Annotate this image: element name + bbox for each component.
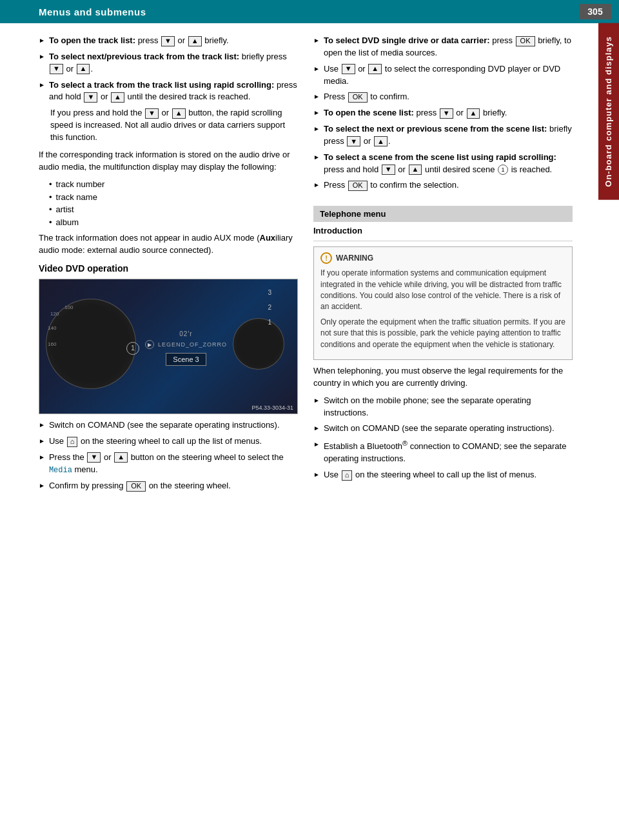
rapid-note: If you press and hold the ▼ or ▲ button,…: [50, 107, 298, 144]
arrow-icon: ►: [39, 453, 45, 476]
bullet-text: Switch on the mobile phone; see the sepa…: [324, 395, 573, 419]
speedo-label-120: 120: [50, 311, 59, 317]
down-button: ▼: [347, 136, 360, 146]
down-button: ▼: [382, 165, 395, 175]
bottom-paragraph: When telephoning, you must observe the l…: [313, 365, 573, 390]
bullet-establish-bluetooth: ► Establish a Bluetooth® connection to C…: [313, 439, 573, 465]
arrow-icon: ►: [313, 440, 320, 465]
dvd-image: 100 120 140 160 02'r ▶ LEGEND_OF_ZORRO: [39, 279, 298, 414]
up-button: ▲: [467, 108, 480, 119]
up-button: ▲: [77, 64, 90, 74]
bullet-open-track-list: ► To open the track list: press ▼ or ▲ b…: [39, 35, 298, 47]
bold-label: To select a track from the track list us…: [49, 80, 274, 90]
bullet-text: Establish a Bluetooth® connection to COM…: [324, 439, 573, 465]
media-code: Media: [49, 466, 72, 475]
speedometer-left: 100 120 140 160: [46, 299, 136, 389]
arrow-icon: ►: [39, 81, 45, 104]
divider: [313, 241, 573, 241]
num-3: 3: [268, 289, 271, 296]
arrow-icon: ►: [313, 108, 320, 119]
down-button: ▼: [50, 64, 63, 74]
bullet-text: Switch on COMAND (see the separate opera…: [324, 423, 555, 435]
up-button: ▲: [111, 92, 124, 103]
bullet-use-select: ► Use ▼ or ▲ to select the corresponding…: [313, 63, 573, 88]
center-display: 02'r ▶ LEGEND_OF_ZORRO 1 Scene 3 3 2 1: [139, 289, 233, 407]
bullet-text: To select a track from the track list us…: [49, 79, 298, 104]
speedometer-right: [233, 318, 284, 370]
ok-button: OK: [516, 36, 535, 46]
list-item: album: [49, 216, 298, 229]
arrow-icon: ►: [313, 424, 320, 435]
video-dvd-heading: Video DVD operation: [39, 263, 298, 274]
bullet-text: To open the track list: press ▼ or ▲ bri…: [49, 35, 229, 47]
down-button: ▼: [87, 452, 101, 463]
circle-1: 1: [498, 165, 508, 175]
bullet-text: Press OK to confirm the selection.: [324, 179, 459, 192]
telephone-menu-heading: Telephone menu: [313, 206, 573, 222]
arrow-icon: ►: [39, 36, 45, 47]
bullet-text: Press OK to confirm.: [324, 91, 409, 103]
arrow-icon: ►: [39, 52, 45, 75]
track-numbers: 3 2 1: [268, 289, 271, 326]
legend-row: ▶ LEGEND_OF_ZORRO: [145, 340, 227, 349]
home-button: ⌂: [67, 437, 78, 447]
bullet-text: Use ⌂ on the steering wheel to call up t…: [49, 435, 262, 448]
warning-text-2: Only operate the equipment when the traf…: [320, 317, 565, 350]
circle-number-1: 1: [126, 342, 139, 355]
bullet-select-next-prev: ► To select next/previous track from the…: [39, 51, 298, 75]
bullet-switch-mobile: ► Switch on the mobile phone; see the se…: [313, 395, 573, 419]
bullet-text: To select next/previous track from the t…: [49, 51, 298, 75]
bold-label: To open the track list:: [49, 35, 135, 45]
bullet-press-button: ► Press the ▼ or ▲ button on the steerin…: [39, 452, 298, 476]
up-button: ▲: [114, 452, 128, 463]
bullet-text: To select the next or previous scene fro…: [324, 123, 573, 148]
arrow-icon: ►: [313, 36, 320, 59]
warning-text-1: If you operate information systems and c…: [320, 268, 565, 313]
bullet-text: Confirm by pressing OK on the steering w…: [49, 480, 231, 492]
list-item: track name: [49, 191, 298, 204]
down-button: ▼: [440, 108, 453, 119]
up-button: ▲: [374, 136, 388, 146]
intro-heading: Introduction: [313, 226, 573, 235]
arrow-icon: ►: [313, 470, 320, 481]
bullet-text: To select a scene from the scene list us…: [324, 152, 573, 176]
ok-button: OK: [348, 181, 368, 191]
arrow-icon: ►: [313, 65, 320, 88]
num-1: 1: [268, 319, 271, 326]
page-number: 305: [579, 4, 611, 19]
home-button: ⌂: [342, 470, 353, 481]
warning-label: WARNING: [336, 254, 373, 263]
arrow-icon: ►: [313, 125, 320, 148]
bullet-text: Use ⌂ on the steering wheel to call up t…: [324, 469, 536, 481]
bold-label: To select next/previous track from the t…: [49, 52, 239, 61]
bullet-press-confirm: ► Press OK to confirm.: [313, 91, 573, 103]
down-button: ▼: [84, 92, 97, 103]
bold-label: To select DVD single drive or data carri…: [324, 35, 490, 45]
bold-label: To select the next or previous scene fro…: [324, 124, 547, 134]
para-aux: The track information does not appear in…: [39, 232, 298, 257]
time-display: 02'r: [179, 330, 192, 337]
speedo-label-140: 140: [48, 325, 56, 331]
bullet-confirm: ► Confirm by pressing OK on the steering…: [39, 480, 298, 492]
list-item: artist: [49, 203, 298, 216]
scene-badge: Scene 3: [166, 353, 206, 366]
bold-label: To open the scene list:: [324, 108, 414, 117]
warning-icon: !: [320, 252, 332, 264]
bullet-use-steering-2: ► Use ⌂ on the steering wheel to call up…: [313, 469, 573, 481]
warning-box: ! WARNING If you operate information sys…: [313, 246, 573, 360]
bullet-select-dvd: ► To select DVD single drive or data car…: [313, 35, 573, 59]
bullet-switch-comand-2: ► Switch on COMAND (see the separate ope…: [313, 423, 573, 435]
up-button: ▲: [172, 108, 186, 119]
bold-label: To select a scene from the scene list us…: [324, 152, 556, 162]
side-tab: On-board computer and displays: [598, 23, 619, 200]
arrow-icon: ►: [313, 92, 320, 103]
bullet-press-confirm-selection: ► Press OK to confirm the selection.: [313, 179, 573, 192]
arrow-icon: ►: [39, 421, 45, 432]
up-button: ▲: [409, 165, 422, 175]
bullet-switch-comand: ► Switch on COMAND (see the separate ope…: [39, 419, 298, 432]
bullet-open-scene-list: ► To open the scene list: press ▼ or ▲ b…: [313, 107, 573, 119]
bullet-select-scene-rapid: ► To select a scene from the scene list …: [313, 152, 573, 176]
track-info-list: track number track name artist album: [49, 178, 298, 228]
bullet-text: To select DVD single drive or data carri…: [324, 35, 573, 59]
right-column: ► To select DVD single drive or data car…: [313, 35, 573, 496]
